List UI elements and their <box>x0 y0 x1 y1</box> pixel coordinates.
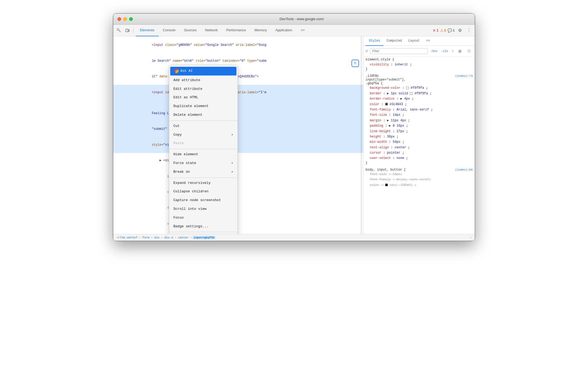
style-property[interactable]: color : var(--C0EmY) ; <box>366 183 473 188</box>
styles-tab-computed[interactable]: Computed <box>383 36 405 46</box>
html-line[interactable]: overflow: hidd <box>113 184 363 200</box>
styles-filter-input[interactable] <box>370 48 428 54</box>
warning-badge[interactable]: ⚠ 2 <box>440 28 446 33</box>
context-menu-item-delete[interactable]: Delete element <box>169 111 238 119</box>
context-menu-item-store-global[interactable]: Store as global variable <box>169 233 238 234</box>
style-property[interactable]: padding : ▶ 0 16px ; <box>366 123 473 128</box>
context-menu-item-edit-attribute[interactable]: Edit attribute <box>169 85 238 94</box>
style-selector[interactable]: element.style { <box>366 58 473 61</box>
style-property[interactable]: visibility : inherit ; <box>366 62 473 67</box>
style-property[interactable]: line-height : 27px ; <box>366 129 473 134</box>
breadcrumb-item[interactable]: ‹rT4e.om7nvf <box>115 236 138 239</box>
styles-tab-layout[interactable]: Layout <box>405 36 423 46</box>
styles-tab-overflow[interactable]: >> <box>423 36 433 46</box>
element-state-icon[interactable]: ☐ <box>465 47 473 55</box>
style-selector[interactable]: .lJ9FBc <box>366 74 379 78</box>
html-line-selected[interactable]: <input id="gbqfbb" value="I'm Feeling Lu… <box>113 85 363 106</box>
close-button[interactable] <box>117 17 121 21</box>
styles-content[interactable]: element.style { visibility : inherit ; } <box>363 57 475 234</box>
style-property[interactable]: text-align : center ; <box>366 145 473 150</box>
html-line[interactable]: ► <div class="gb <box>113 153 363 169</box>
tab-application[interactable]: Application <box>271 25 297 36</box>
message-count: 1 <box>453 29 455 32</box>
minimize-button[interactable] <box>123 17 127 21</box>
context-menu-item-collapse[interactable]: Collapse children <box>169 187 238 196</box>
context-menu-item-add-attribute[interactable]: Add attribute <box>169 76 238 85</box>
context-menu-item-capture-screenshot[interactable]: Capture node screenshot <box>169 196 238 205</box>
window-title: DevTools - www.google.com/ <box>133 17 471 21</box>
context-menu-item-copy[interactable]: Copy ▶ <box>169 131 238 139</box>
breadcrumb-item-center[interactable]: center <box>177 236 190 239</box>
context-menu-item-hide[interactable]: Hide element <box>169 150 238 159</box>
context-menu-item-badge-settings[interactable]: Badge settings... <box>169 222 238 231</box>
style-property[interactable]: min-width : 54px ; <box>366 139 473 145</box>
style-source[interactable]: (index):73 <box>455 74 473 78</box>
inspect-icon[interactable] <box>115 27 123 34</box>
context-menu-item-break-on[interactable]: Break on ▶ <box>169 168 238 176</box>
html-line[interactable]: 4px; position: <box>113 200 363 216</box>
context-menu-item-edit-as-html[interactable]: Edit as HTML <box>169 93 238 102</box>
html-line[interactable]: x; width: 111p <box>113 216 363 232</box>
html-line-selected[interactable]: Feeling Lucky" <box>113 105 363 121</box>
more-options-icon[interactable]: ⋮ <box>465 27 473 34</box>
style-property[interactable]: height : 36px ; <box>366 134 473 139</box>
html-line[interactable]: le Search" name="btnK" role="button" tab… <box>113 53 363 69</box>
settings-icon[interactable]: ⚙ <box>456 27 464 34</box>
style-property[interactable]: color : #3c4043 ; <box>366 102 473 107</box>
style-property[interactable]: user-select : none ; <box>366 156 473 161</box>
device-toolbar-icon[interactable] <box>124 27 131 34</box>
style-property[interactable]: font-family : Arial, sans-serif ; <box>366 107 473 112</box>
svg-rect-0 <box>117 29 119 30</box>
style-property[interactable]: border : ▶ 1px solid #f8f9fa ; <box>366 91 473 96</box>
html-line-selected[interactable]: style="visibil <box>113 137 363 153</box>
filter-hov-button[interactable]: :hov <box>429 49 438 53</box>
style-property[interactable]: font-size : 14px; <box>366 172 473 177</box>
breadcrumb-item[interactable]: form <box>141 236 150 239</box>
tab-performance[interactable]: Performance <box>222 25 250 36</box>
context-menu-item-focus[interactable]: Focus <box>169 214 238 222</box>
context-menu-item-duplicate[interactable]: Duplicate element <box>169 102 238 111</box>
style-property[interactable]: font-family : Arial, sans-serif; <box>366 177 473 182</box>
style-property[interactable]: background-color : #f8f9fa ; <box>366 85 473 91</box>
context-menu: ✦ Ask AI Add attribute Edit attribute Ed… <box>169 65 238 234</box>
context-menu-item-cut[interactable]: Cut <box>169 122 238 131</box>
breadcrumb-item[interactable]: div <box>153 236 161 239</box>
message-badge[interactable]: 💬 1 <box>447 28 455 33</box>
filter-add-button[interactable]: + <box>451 49 455 53</box>
breadcrumb-current[interactable]: input#gbqfbb <box>192 236 216 239</box>
html-line[interactable]: label style="d <box>113 169 363 185</box>
html-line[interactable]: </center> <box>113 232 363 234</box>
breadcrumb-item[interactable]: div.A <box>163 236 174 239</box>
devtools-main: <input class="gNO89b" value="Google Sear… <box>113 36 475 234</box>
elements-panel[interactable]: <input class="gNO89b" value="Google Sear… <box>113 36 363 234</box>
breadcrumb-next-arrow[interactable]: › <box>469 236 473 239</box>
html-line[interactable]: it" data-ved="0ahUKEwixsOb4gaeJAxVIWUEAH… <box>113 69 363 85</box>
prop-value: inherit <box>395 63 408 66</box>
style-property[interactable]: cursor : pointer ; <box>366 150 473 156</box>
tab-sources[interactable]: Sources <box>180 25 201 36</box>
style-selector[interactable]: body, input, button { <box>366 168 406 172</box>
filter-cls-button[interactable]: .cls <box>440 49 449 53</box>
maximize-button[interactable] <box>129 17 133 21</box>
html-line[interactable]: <input class="gNO89b" value="Google Sear… <box>113 37 363 53</box>
error-badge[interactable]: ✕ 1 <box>433 28 438 33</box>
styles-tab-styles[interactable]: Styles <box>366 36 383 46</box>
copy-element-icon[interactable]: ⎘ <box>352 60 359 67</box>
context-menu-separator <box>169 232 238 232</box>
html-line-selected[interactable]: "submit" data- <box>113 121 363 137</box>
context-menu-item-expand[interactable]: Expand recursively <box>169 179 238 188</box>
style-property[interactable]: border-radius : ▶ 4px ; <box>366 96 473 101</box>
style-property[interactable]: font-size : 14px ; <box>366 112 473 118</box>
style-property[interactable]: margin : ▶ 11px 4px ; <box>366 118 473 123</box>
context-menu-item-force-state[interactable]: Force state ▶ <box>169 159 238 168</box>
context-menu-label: Expand recursively <box>173 180 210 186</box>
context-menu-item-ask-ai[interactable]: ✦ Ask AI <box>170 67 236 76</box>
tab-memory[interactable]: Memory <box>250 25 271 36</box>
new-style-rule-icon[interactable]: ⊞ <box>456 47 464 55</box>
style-source[interactable]: (index):65 <box>455 168 473 171</box>
tab-network[interactable]: Network <box>201 25 222 36</box>
context-menu-item-scroll[interactable]: Scroll into view <box>169 205 238 214</box>
tab-overflow[interactable]: >> <box>296 25 309 36</box>
tab-console[interactable]: Console <box>159 25 180 36</box>
tab-elements[interactable]: Elements <box>136 25 159 36</box>
